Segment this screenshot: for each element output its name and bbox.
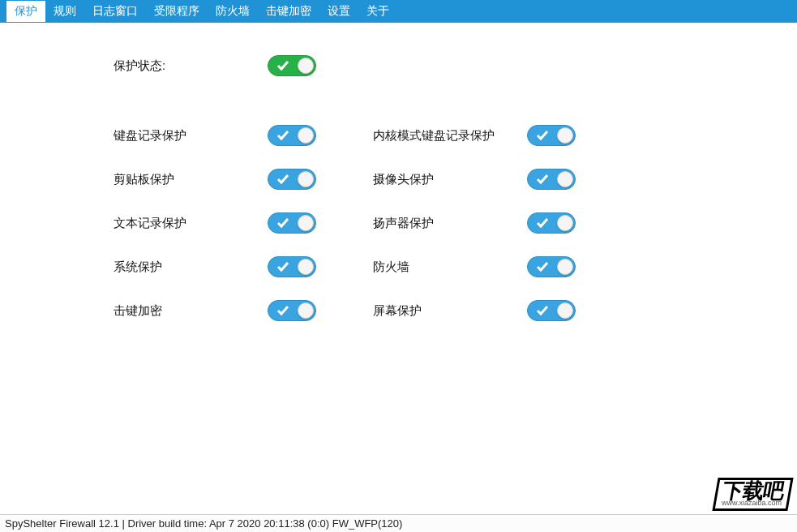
label-kernel-keyboard: 内核模式键盘记录保护 xyxy=(373,128,527,144)
check-icon xyxy=(276,59,289,72)
label-textlog: 文本记录保护 xyxy=(114,216,268,231)
row-speaker: 扬声器保护 xyxy=(373,212,576,234)
toggle-knob xyxy=(557,127,573,144)
menu-tab-restricted[interactable]: 受限程序 xyxy=(146,1,208,22)
row-keyboard-log: 键盘记录保护 xyxy=(114,125,316,146)
toggle-columns: 键盘记录保护 剪贴板保护 文本记录保护 xyxy=(114,125,716,321)
toggle-knob xyxy=(557,215,573,231)
toggle-screen[interactable] xyxy=(527,300,576,321)
toggle-knob xyxy=(298,171,314,187)
content-panel: 保护状态: 键盘记录保护 剪贴板保护 xyxy=(0,23,797,514)
label-firewall: 防火墙 xyxy=(373,260,527,275)
statusbar-text: SpyShelter Firewall 12.1 | Driver build … xyxy=(5,517,402,530)
label-system: 系统保护 xyxy=(114,260,268,275)
toggle-camera[interactable] xyxy=(527,169,576,190)
menu-tab-firewall[interactable]: 防火墙 xyxy=(208,1,258,22)
toggle-keystroke-enc[interactable] xyxy=(268,300,316,321)
row-screen: 屏幕保护 xyxy=(373,300,576,321)
row-clipboard: 剪贴板保护 xyxy=(114,169,316,190)
row-camera: 摄像头保护 xyxy=(373,169,576,190)
row-kernel-keyboard: 内核模式键盘记录保护 xyxy=(373,125,576,146)
toggle-knob xyxy=(298,58,314,74)
toggle-firewall[interactable] xyxy=(527,256,576,277)
label-speaker: 扬声器保护 xyxy=(373,216,527,231)
check-icon xyxy=(536,173,549,186)
right-column: 内核模式键盘记录保护 摄像头保护 扬声器保护 xyxy=(373,125,576,321)
label-camera: 摄像头保护 xyxy=(373,172,527,187)
left-column: 键盘记录保护 剪贴板保护 文本记录保护 xyxy=(114,125,316,321)
statusbar: SpyShelter Firewall 12.1 | Driver build … xyxy=(0,514,797,532)
check-icon xyxy=(276,129,289,142)
check-icon xyxy=(536,217,549,230)
toggle-knob xyxy=(557,259,573,275)
row-firewall: 防火墙 xyxy=(373,256,576,277)
check-icon xyxy=(276,304,289,317)
row-textlog: 文本记录保护 xyxy=(114,212,316,234)
toggle-knob xyxy=(298,302,314,319)
check-icon xyxy=(536,260,549,273)
row-system: 系统保护 xyxy=(114,256,316,277)
check-icon xyxy=(536,129,549,142)
menubar: 保护 规则 日志窗口 受限程序 防火墙 击键加密 设置 关于 xyxy=(0,0,797,23)
menu-tab-settings[interactable]: 设置 xyxy=(319,1,358,22)
check-icon xyxy=(276,260,289,273)
label-clipboard: 剪贴板保护 xyxy=(114,172,268,187)
toggle-clipboard[interactable] xyxy=(268,169,316,190)
watermark-logo: 下载吧 www.xiazaiba.com xyxy=(712,478,793,511)
menu-tab-protection[interactable]: 保护 xyxy=(6,1,45,22)
protection-status-row: 保护状态: xyxy=(114,55,716,76)
toggle-speaker[interactable] xyxy=(527,212,576,234)
menu-tab-log[interactable]: 日志窗口 xyxy=(84,1,146,22)
toggle-knob xyxy=(298,215,314,231)
toggle-textlog[interactable] xyxy=(268,212,316,234)
check-icon xyxy=(276,173,289,186)
menu-tab-rules[interactable]: 规则 xyxy=(45,1,84,22)
toggle-knob xyxy=(298,127,314,144)
toggle-knob xyxy=(557,302,573,319)
toggle-knob xyxy=(298,259,314,275)
toggle-keyboard-log[interactable] xyxy=(268,125,316,146)
protection-status-label: 保护状态: xyxy=(114,58,268,74)
protection-status-toggle[interactable] xyxy=(268,55,316,76)
menu-tab-about[interactable]: 关于 xyxy=(358,1,397,22)
menu-tab-keystroke[interactable]: 击键加密 xyxy=(258,1,319,22)
label-keystroke-enc: 击键加密 xyxy=(114,303,268,319)
check-icon xyxy=(536,304,549,317)
label-screen: 屏幕保护 xyxy=(373,303,527,319)
toggle-system[interactable] xyxy=(268,256,316,277)
row-keystroke-enc: 击键加密 xyxy=(114,300,316,321)
toggle-knob xyxy=(557,171,573,187)
check-icon xyxy=(276,217,289,230)
toggle-kernel-keyboard[interactable] xyxy=(527,125,576,146)
watermark-url: www.xiazaiba.com xyxy=(721,500,782,507)
label-keyboard-log: 键盘记录保护 xyxy=(114,128,268,144)
